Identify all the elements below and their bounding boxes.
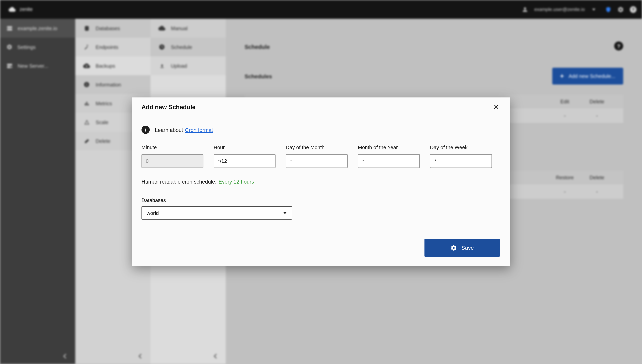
databases-label: Databases: [141, 197, 500, 204]
nav-item-label: Metrics: [96, 100, 112, 106]
hour-input[interactable]: [213, 154, 276, 168]
month-of-year-input[interactable]: [358, 154, 420, 168]
backup-tab-label: Schedule: [171, 44, 192, 50]
nav-item-endpoints[interactable]: Endpoints: [75, 38, 150, 56]
nav-item-label: Endpoints: [96, 44, 118, 50]
nav-item-label: Databases: [96, 25, 120, 31]
topbar: zenite example.user@zenite.io ?: [0, 0, 642, 19]
minute-label: Minute: [141, 144, 203, 151]
metrics-icon: [83, 100, 90, 106]
restore-cell: -: [549, 189, 581, 194]
gear-icon: [450, 244, 457, 251]
upload-icon: [158, 63, 165, 69]
sidebar-item-settings[interactable]: Settings: [0, 38, 75, 56]
close-icon[interactable]: ×: [493, 103, 500, 111]
scale-icon: [83, 119, 90, 125]
nav-item-label: Information: [96, 82, 121, 88]
person-icon: [522, 6, 528, 13]
collapse-backup-panel-button[interactable]: [213, 353, 218, 359]
modal-title: Add new Schedule: [141, 103, 195, 112]
day-of-month-label: Day of the Month: [286, 144, 348, 151]
hour-label: Hour: [213, 144, 276, 151]
delete-cell: -: [581, 189, 613, 194]
info-icon: i: [141, 126, 150, 134]
page-help-icon[interactable]: ?: [614, 42, 623, 50]
add-server-icon: [6, 62, 13, 69]
backup-tab-label: Manual: [171, 25, 187, 31]
cron-fields: Minute Hour Day of the Month Month of th…: [141, 144, 500, 168]
sidebar-item-label: New Server...: [18, 63, 48, 69]
collapse-sidebar-button[interactable]: [62, 353, 67, 359]
info-text: Learn about: [155, 127, 183, 133]
server-icon: [6, 25, 13, 32]
month-of-year-label: Month of the Year: [358, 144, 420, 151]
readable-cron-value: Every 12 hours: [219, 179, 254, 185]
backup-tab-schedule[interactable]: Schedule: [150, 38, 226, 56]
brand-name: zenite: [20, 7, 33, 12]
day-of-week-label: Day of the Week: [430, 144, 492, 151]
server-sidebar: example.zenite.io Settings New Server...: [0, 19, 75, 364]
sidebar-item-new-server[interactable]: New Server...: [0, 56, 75, 75]
page-title: Schedule: [245, 44, 270, 50]
backup-tab-label: Upload: [171, 63, 187, 69]
backup-tab-upload[interactable]: Upload: [150, 56, 226, 75]
brand[interactable]: zenite: [0, 7, 33, 12]
day-of-week-input[interactable]: [430, 154, 492, 168]
clock-icon: [158, 44, 165, 50]
collapse-nav-button[interactable]: [138, 353, 143, 359]
nav-item-information[interactable]: Information: [75, 75, 150, 94]
backup-tab-manual[interactable]: Manual: [150, 19, 226, 38]
delete-icon: [83, 138, 90, 144]
sidebar-item-server[interactable]: example.zenite.io: [0, 19, 75, 38]
add-schedule-button-label: Add new Schedule...: [569, 73, 615, 79]
add-schedule-modal: Add new Schedule × i Learn aboutCron for…: [132, 98, 510, 266]
delete-cell: -: [581, 113, 613, 118]
cron-format-link[interactable]: Cron format: [185, 127, 213, 133]
info-icon: [83, 82, 90, 88]
add-schedule-button[interactable]: + Add new Schedule...: [552, 68, 623, 84]
column-header-delete: Delete: [581, 99, 613, 104]
app-window: zenite example.user@zenite.io ?: [0, 0, 642, 364]
readable-cron-label: Human readable cron schedule:: [141, 179, 217, 185]
cloud-icon: [158, 26, 165, 31]
edit-cell: -: [549, 113, 581, 118]
column-header-restore: Restore: [549, 174, 581, 180]
nav-item-label: Scale: [96, 119, 108, 125]
chevron-down-icon: [283, 212, 287, 214]
nav-item-backups[interactable]: Backups: [75, 56, 150, 75]
databases-select[interactable]: world: [141, 206, 292, 220]
sidebar-item-label: example.zenite.io: [18, 25, 57, 31]
databases-select-value: world: [147, 210, 159, 216]
day-of-month-input[interactable]: [286, 154, 348, 168]
save-button[interactable]: Save: [424, 239, 500, 257]
save-button-label: Save: [461, 244, 474, 251]
section-title: Schedules: [245, 73, 272, 79]
help-icon[interactable]: ?: [630, 6, 636, 13]
sidebar-item-label: Settings: [17, 44, 36, 50]
chevron-down-icon[interactable]: [592, 8, 595, 10]
endpoints-icon: [83, 44, 90, 50]
gear-icon: [6, 44, 13, 50]
column-header-edit: Edit: [549, 99, 581, 104]
nav-item-databases[interactable]: Databases: [75, 19, 150, 38]
backup-cloud-icon: [83, 63, 90, 68]
user-email[interactable]: example.user@zenite.io: [534, 7, 585, 12]
nav-item-label: Delete: [96, 138, 110, 144]
topbar-right: example.user@zenite.io ?: [522, 6, 642, 13]
gear-icon[interactable]: [617, 6, 624, 13]
database-icon: [83, 25, 90, 32]
shield-icon[interactable]: [605, 6, 611, 13]
cloud-logo-icon: [9, 7, 16, 12]
plus-icon: +: [560, 73, 564, 80]
nav-item-label: Backups: [96, 63, 115, 69]
column-header-delete: Delete: [581, 174, 613, 180]
minute-input[interactable]: [141, 154, 203, 168]
